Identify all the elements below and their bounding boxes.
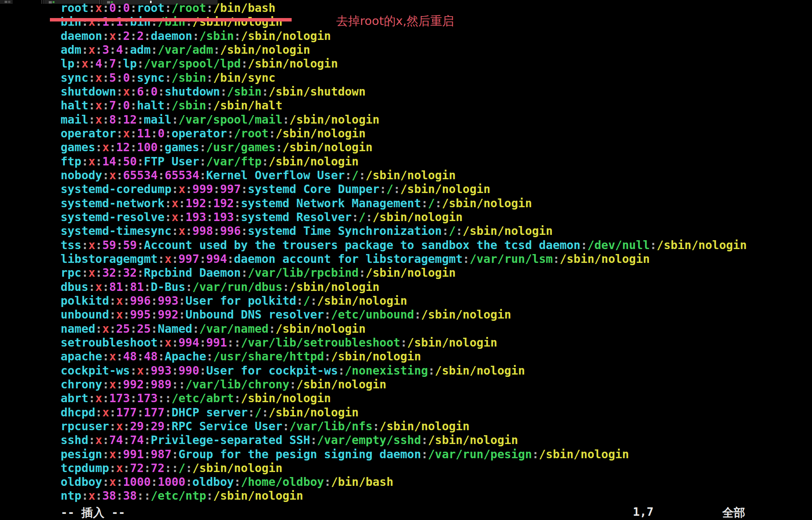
passwd-line: rpcuser:x:29:29:RPC Service User:/var/li…	[61, 419, 747, 433]
passwd-line: oldboy:x:1000:1000:oldboy:/home/oldboy:/…	[61, 475, 747, 489]
passwd-line: nobody:x:65534:65534:Kernel Overflow Use…	[61, 168, 747, 182]
tab-separator	[43, 0, 44, 4]
passwd-line: systemd-resolve:x:193:193:systemd Resolv…	[61, 210, 747, 224]
passwd-line: ftp:x:14:50:FTP User:/var/ftp:/sbin/nolo…	[61, 155, 747, 168]
passwd-line: dbus:x:81:81:D-Bus:/var/run/dbus:/sbin/n…	[61, 280, 747, 294]
passwd-line: abrt:x:173:173::/etc/abrt:/sbin/nologin	[61, 391, 747, 405]
passwd-line: pesign:x:991:987:Group for the pesign si…	[61, 447, 747, 461]
passwd-line: polkitd:x:996:993:User for polkitd:/:/sb…	[61, 294, 747, 308]
favicon-icon	[49, 1, 52, 3]
tab-separator	[41, 0, 42, 4]
passwd-line: cockpit-ws:x:993:990:User for cockpit-ws…	[61, 364, 747, 378]
passwd-line: ntp:x:38:38::/etc/ntp:/sbin/nologin	[61, 489, 747, 503]
red-note-annotation: 去掉root的x,然后重启	[336, 13, 454, 29]
passwd-line: unbound:x:995:992:Unbound DNS resolver:/…	[61, 308, 747, 322]
favicon-icon	[5, 1, 7, 3]
passwd-line: chrony:x:992:989::/var/lib/chrony:/sbin/…	[61, 378, 747, 391]
vim-insert-mode-indicator: -- 插入 --	[61, 505, 125, 520]
favicon-icon	[8, 1, 10, 3]
vim-cursor-position: 1,7	[633, 505, 654, 518]
passwd-line: adm:x:3:4:adm:/var/adm:/sbin/nologin	[61, 43, 747, 57]
passwd-line: systemd-coredump:x:999:997:systemd Core …	[61, 182, 747, 196]
passwd-line: apache:x:48:48:Apache:/usr/share/httpd:/…	[61, 350, 747, 363]
passwd-line: mail:x:8:12:mail:/var/spool/mail:/sbin/n…	[61, 113, 747, 127]
passwd-line: systemd-network:x:192:192:systemd Networ…	[61, 196, 747, 210]
browser-tab-fragment[interactable]	[0, 0, 13, 4]
passwd-line: shutdown:x:6:0:shutdown:/sbin:/sbin/shut…	[61, 85, 747, 99]
passwd-file-content: root:x:0:0:root:/root:/bin/bashbin:x:1:1…	[61, 1, 747, 503]
passwd-line: systemd-timesync:x:998:996:systemd Time …	[61, 224, 747, 238]
red-underline-annotation	[50, 18, 292, 21]
passwd-line: daemon:x:2:2:daemon:/sbin:/sbin/nologin	[61, 29, 747, 43]
passwd-line: halt:x:7:0:halt:/sbin:/sbin/halt	[61, 99, 747, 112]
passwd-line: games:x:12:100:games:/usr/games:/sbin/no…	[61, 140, 747, 154]
passwd-line: libstoragemgmt:x:997:994:daemon account …	[61, 252, 747, 266]
passwd-line: setroubleshoot:x:994:991::/var/lib/setro…	[61, 336, 747, 350]
passwd-line: sync:x:5:0:sync:/sbin:/bin/sync	[61, 71, 747, 85]
status-dot-icon	[53, 1, 54, 3]
passwd-line: dhcpd:x:177:177:DHCP server:/:/sbin/nolo…	[61, 406, 747, 419]
passwd-line: rpc:x:32:32:Rpcbind Daemon:/var/lib/rpcb…	[61, 266, 747, 280]
passwd-line: tcpdump:x:72:72::/:/sbin/nologin	[61, 461, 747, 475]
passwd-line: named:x:25:25:Named:/var/named:/sbin/nol…	[61, 322, 747, 336]
vim-terminal-screen: { "colors": { "background": "#000000", "…	[0, 0, 812, 520]
passwd-line: lp:x:4:7:lp:/var/spool/lpd:/sbin/nologin	[61, 57, 747, 71]
passwd-line: operator:x:11:0:operator:/root:/sbin/nol…	[61, 127, 747, 140]
passwd-line: tss:x:59:59:Account used by the trousers…	[61, 238, 747, 252]
passwd-line: sshd:x:74:74:Privilege-separated SSH:/va…	[61, 433, 747, 447]
vim-scroll-indicator: 全部	[722, 505, 745, 520]
